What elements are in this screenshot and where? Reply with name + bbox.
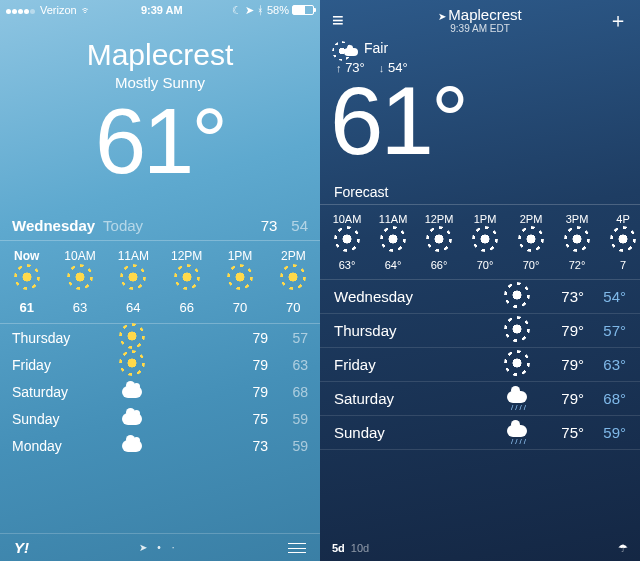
ios-weather-app: Verizon ᯤ 9:39 AM ☾ ➤ ᚼ 58% Maplecrest M… <box>0 0 320 561</box>
yahoo-logo[interactable]: Y! <box>14 539 29 556</box>
hour-label: 3PM <box>554 213 600 225</box>
hour-temp: 70 <box>267 300 320 315</box>
hour-label: 11AM <box>107 249 160 263</box>
day-name: Friday <box>334 356 492 373</box>
daily-row: Friday 79° 63° <box>320 348 640 382</box>
signal-dots-icon <box>6 4 36 16</box>
sun-icon <box>178 268 196 286</box>
daily-forecast[interactable]: Thursday 79 57 Friday 79 63 Saturday 79 … <box>0 324 320 459</box>
app-header: ≡ ➤Maplecrest 9:39 AM EDT ＋ <box>320 0 640 34</box>
hour-temp: 64 <box>107 300 160 315</box>
day-low: 59° <box>584 424 626 441</box>
sun-icon <box>123 354 141 372</box>
rain-icon: //// <box>507 391 527 403</box>
today-low: 54 <box>291 217 308 234</box>
moon-icon: ☾ <box>232 4 242 17</box>
status-bar: Verizon ᯤ 9:39 AM ☾ ➤ ᚼ 58% <box>0 0 320 20</box>
bluetooth-icon: ᚼ <box>257 4 264 16</box>
daily-row: Saturday //// 79° 68° <box>320 382 640 416</box>
add-location-button[interactable]: ＋ <box>602 7 628 34</box>
day-high: 75 <box>238 411 268 427</box>
wu-logo-icon[interactable]: ☂ <box>618 542 628 555</box>
hourly-forecast[interactable]: Now 61 10AM 63 11AM 64 12PM 66 1PM 70 2P… <box>0 240 320 324</box>
sun-icon <box>71 268 89 286</box>
condition-label: Mostly Sunny <box>0 74 320 91</box>
hour-label: 10AM <box>324 213 370 225</box>
sun-icon <box>18 268 36 286</box>
daily-row: Thursday 79 57 <box>12 324 308 351</box>
day-name: Sunday <box>334 424 492 441</box>
daily-row: Sunday //// 75° 59° <box>320 416 640 450</box>
day-high: 79° <box>542 390 584 407</box>
sun-icon <box>476 230 494 248</box>
sun-icon <box>508 286 526 304</box>
hour-label: 11AM <box>370 213 416 225</box>
footer-bar: 5d 10d ☂ <box>320 535 640 561</box>
header-subtime: 9:39 AM EDT <box>358 23 602 34</box>
hour-temp: 66 <box>160 300 213 315</box>
cloud-icon <box>122 413 142 425</box>
hour-temp: 72° <box>554 259 600 271</box>
hourly-column: 11AM 64 <box>107 241 160 323</box>
today-label: Today <box>103 217 143 234</box>
hour-temp: 66° <box>416 259 462 271</box>
footer-bar: Y! ➤ • · <box>0 533 320 561</box>
daily-row: Saturday 79 68 <box>12 378 308 405</box>
hourly-column: 12PM 66 <box>160 241 213 323</box>
hamburger-menu-icon[interactable]: ≡ <box>332 9 358 32</box>
location-arrow-icon: ➤ <box>245 4 254 17</box>
sun-icon <box>522 230 540 248</box>
battery-icon <box>292 5 314 15</box>
sun-icon <box>338 230 356 248</box>
condition-label: Fair <box>364 40 388 56</box>
hourly-column: 1PM 70° <box>462 213 508 271</box>
day-low: 59 <box>278 438 308 454</box>
day-name: Monday <box>12 438 102 454</box>
range-5d-button[interactable]: 5d <box>332 542 345 554</box>
rain-icon: //// <box>507 425 527 437</box>
day-high: 73 <box>238 438 268 454</box>
location-header: Maplecrest Mostly Sunny <box>0 38 320 91</box>
hourly-column: 12PM 66° <box>416 213 462 271</box>
location-arrow-icon: ➤ <box>438 11 446 22</box>
day-high: 79 <box>238 384 268 400</box>
list-menu-icon[interactable] <box>288 543 306 553</box>
sun-icon <box>123 327 141 345</box>
day-high: 75° <box>542 424 584 441</box>
day-high: 79° <box>542 356 584 373</box>
hour-temp: 70 <box>213 300 266 315</box>
today-high: 73 <box>261 217 278 234</box>
location-name: Maplecrest <box>448 6 521 23</box>
day-low: 63° <box>584 356 626 373</box>
day-low: 59 <box>278 411 308 427</box>
day-low: 68 <box>278 384 308 400</box>
hourly-column: 2PM 70° <box>508 213 554 271</box>
location-name: Maplecrest <box>0 38 320 72</box>
hour-label: 4P <box>600 213 640 225</box>
cloud-icon <box>122 440 142 452</box>
current-temperature: 61° <box>320 75 640 166</box>
hour-temp: 7 <box>600 259 640 271</box>
hour-temp: 63° <box>324 259 370 271</box>
day-high: 73° <box>542 288 584 305</box>
daily-forecast[interactable]: Wednesday 73° 54° Thursday 79° 57° Frida… <box>320 280 640 450</box>
day-low: 54° <box>584 288 626 305</box>
hourly-column: 10AM 63° <box>324 213 370 271</box>
hourly-forecast[interactable]: 10AM 63° 11AM 64° 12PM 66° 1PM 70° 2PM 7… <box>320 205 640 280</box>
hourly-column: 2PM 70 <box>267 241 320 323</box>
low-arrow-icon: ↓ <box>379 62 385 74</box>
hour-label: 2PM <box>267 249 320 263</box>
day-high: 79° <box>542 322 584 339</box>
daily-row: Sunday 75 59 <box>12 405 308 432</box>
hourly-column: 11AM 64° <box>370 213 416 271</box>
day-low: 68° <box>584 390 626 407</box>
day-name: Wednesday <box>334 288 492 305</box>
daily-row: Friday 79 63 <box>12 351 308 378</box>
hourly-column: 4P 7 <box>600 213 640 271</box>
sun-icon <box>614 230 632 248</box>
hour-label: 12PM <box>416 213 462 225</box>
wifi-icon: ᯤ <box>81 4 92 16</box>
day-name: Sunday <box>12 411 102 427</box>
status-time: 9:39 AM <box>92 4 232 16</box>
range-10d-button[interactable]: 10d <box>351 542 369 554</box>
